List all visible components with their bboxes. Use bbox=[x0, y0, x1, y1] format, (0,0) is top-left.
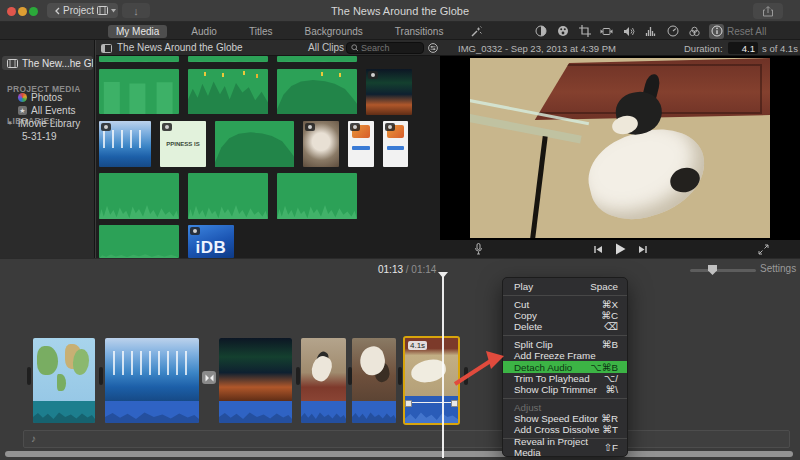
sidebar-item-project[interactable]: The New...he Globe bbox=[2, 56, 93, 70]
volume-line[interactable] bbox=[406, 402, 457, 403]
zoom-slider-thumb[interactable] bbox=[708, 265, 717, 275]
audio-clip[interactable] bbox=[99, 69, 179, 114]
audio-clip[interactable] bbox=[188, 56, 268, 62]
noise-reduction-button[interactable] bbox=[643, 24, 658, 39]
timeline-clip-aurora[interactable] bbox=[219, 338, 292, 423]
menu-item-add-cross-dissolve[interactable]: Add Cross Dissolve⌘T bbox=[503, 424, 627, 435]
camera-stabilize-icon bbox=[600, 26, 613, 37]
sidebar-item-imovie-library[interactable]: ▼ iMovie Library bbox=[2, 116, 93, 130]
media-browser-button[interactable] bbox=[94, 3, 118, 18]
import-media-button[interactable]: ↓ bbox=[122, 3, 150, 18]
audio-waveform-strip bbox=[105, 401, 199, 423]
share-button[interactable] bbox=[753, 3, 783, 19]
close-window-button[interactable] bbox=[7, 7, 16, 16]
playhead[interactable] bbox=[442, 273, 444, 458]
sidebar-toggle-icon[interactable] bbox=[101, 44, 112, 53]
menu-item-add-freeze-frame[interactable]: Add Freeze Frame bbox=[503, 350, 627, 361]
menu-item-show-clip-trimmer[interactable]: Show Clip Trimmer⌘\ bbox=[503, 384, 627, 395]
imovie-library-label: iMovie Library bbox=[18, 118, 80, 129]
photo-clip-idb[interactable]: iDB bbox=[188, 225, 234, 258]
color-balance-button[interactable] bbox=[533, 24, 548, 39]
audio-clip[interactable] bbox=[99, 225, 179, 258]
menu-item-split-clip[interactable]: Split Clip⌘B bbox=[503, 339, 627, 350]
menu-item-trim-to-playhead[interactable]: Trim To Playhead⌥/ bbox=[503, 373, 627, 384]
sidebar-item-photos[interactable]: Photos bbox=[2, 90, 93, 104]
menu-item-cut[interactable]: Cut⌘X bbox=[503, 298, 627, 309]
clip-trim-handle[interactable] bbox=[398, 367, 402, 385]
color-correction-button[interactable] bbox=[555, 24, 570, 39]
tab-backgrounds[interactable]: Backgrounds bbox=[296, 25, 370, 38]
video-clip-waterfall[interactable] bbox=[99, 121, 151, 167]
timeline-clip-map[interactable] bbox=[33, 338, 95, 423]
clips-filter-dropdown[interactable]: All Clips ▲▼ bbox=[308, 42, 351, 53]
search-box[interactable] bbox=[346, 42, 424, 54]
media-browser: The News Around the Globe All Clips ▲▼ bbox=[96, 40, 440, 258]
sidebar-item-event[interactable]: 5-31-19 bbox=[2, 129, 93, 143]
photo-clip-aurora[interactable] bbox=[366, 69, 412, 115]
photo-clip-screenshot[interactable] bbox=[383, 121, 408, 167]
viewer-pane: IMG_0332 - Sep 23, 2013 at 4:39 PM Durat… bbox=[440, 40, 800, 258]
audio-clip[interactable] bbox=[277, 69, 357, 114]
menu-item-play[interactable]: PlaySpace bbox=[503, 281, 627, 292]
audio-clip[interactable] bbox=[188, 173, 268, 219]
menu-item-copy[interactable]: Copy⌘C bbox=[503, 310, 627, 321]
duration-input[interactable] bbox=[728, 42, 758, 54]
clip-info-button[interactable] bbox=[709, 24, 724, 39]
browser-settings-icon[interactable] bbox=[428, 43, 438, 53]
audio-clip[interactable] bbox=[277, 173, 357, 219]
volume-button[interactable] bbox=[621, 24, 636, 39]
video-preview[interactable] bbox=[440, 56, 800, 240]
clip-trim-handle[interactable] bbox=[27, 367, 31, 385]
speedometer-icon bbox=[667, 25, 679, 37]
photo-clip-happiness[interactable]: PPINESS IS bbox=[160, 121, 206, 167]
photo-clip-screenshot[interactable] bbox=[348, 121, 374, 167]
play-button[interactable] bbox=[615, 243, 626, 255]
clip-trim-handle[interactable] bbox=[296, 367, 300, 385]
timecode: 01:13 / 01:14 bbox=[378, 264, 436, 275]
browser-title: The News Around the Globe bbox=[117, 42, 243, 53]
crop-button[interactable] bbox=[577, 24, 592, 39]
menu-item-reveal-in-project-media[interactable]: Reveal in Project Media⇧F bbox=[503, 442, 627, 453]
timeline-clip-waterfall[interactable] bbox=[105, 338, 199, 423]
tab-audio[interactable]: Audio bbox=[183, 25, 225, 38]
previous-frame-button[interactable] bbox=[594, 245, 603, 254]
sidebar-item-all-events[interactable]: ★ All Events bbox=[2, 103, 93, 117]
timeline-clip-selected[interactable]: 4.1s bbox=[403, 336, 460, 425]
photo-clip-dog[interactable] bbox=[303, 121, 339, 167]
voiceover-button[interactable] bbox=[474, 243, 483, 255]
search-input[interactable] bbox=[361, 43, 419, 53]
menu-item-detach-audio[interactable]: Detach Audio⌥⌘B bbox=[503, 361, 627, 372]
context-menu: PlaySpace Cut⌘X Copy⌘C Delete⌫ Split Cli… bbox=[502, 277, 628, 457]
clip-trim-handle[interactable] bbox=[464, 367, 468, 385]
audio-clip[interactable] bbox=[99, 173, 179, 219]
tab-my-media[interactable]: My Media bbox=[108, 25, 167, 38]
audio-clip[interactable] bbox=[277, 56, 357, 62]
transition-button[interactable] bbox=[202, 371, 216, 384]
tab-titles[interactable]: Titles bbox=[241, 25, 281, 38]
enhance-wand-button[interactable] bbox=[468, 24, 483, 39]
timeline-scrollbar[interactable] bbox=[5, 451, 793, 457]
clip-trim-handle[interactable] bbox=[99, 367, 103, 385]
minimize-window-button[interactable] bbox=[18, 7, 27, 16]
zoom-window-button[interactable] bbox=[29, 7, 38, 16]
fullscreen-button[interactable] bbox=[758, 244, 769, 255]
reset-all-button[interactable]: Reset All bbox=[727, 26, 766, 37]
stabilization-button[interactable] bbox=[599, 24, 614, 39]
audio-clip[interactable] bbox=[215, 121, 294, 167]
filmstrip-icon bbox=[7, 59, 18, 68]
next-frame-button[interactable] bbox=[638, 245, 647, 254]
audio-clip[interactable] bbox=[188, 69, 268, 114]
menu-item-delete[interactable]: Delete⌫ bbox=[503, 321, 627, 332]
timeline-clip-dog1[interactable] bbox=[301, 338, 346, 423]
timeline-clip-dog2[interactable] bbox=[352, 338, 396, 423]
disclosure-triangle-icon[interactable]: ▼ bbox=[7, 120, 14, 126]
menu-item-show-speed-editor[interactable]: Show Speed Editor⌘R bbox=[503, 413, 627, 424]
audio-clip[interactable] bbox=[99, 56, 179, 62]
timeline-settings-button[interactable]: Settings bbox=[760, 263, 796, 274]
timeline-zoom-slider[interactable] bbox=[690, 269, 756, 272]
color-overlay-button[interactable] bbox=[687, 24, 702, 39]
event-label: 5-31-19 bbox=[22, 131, 56, 142]
background-music-lane[interactable]: ♪ bbox=[23, 430, 790, 448]
speed-button[interactable] bbox=[665, 24, 680, 39]
tab-transitions[interactable]: Transitions bbox=[387, 25, 452, 38]
